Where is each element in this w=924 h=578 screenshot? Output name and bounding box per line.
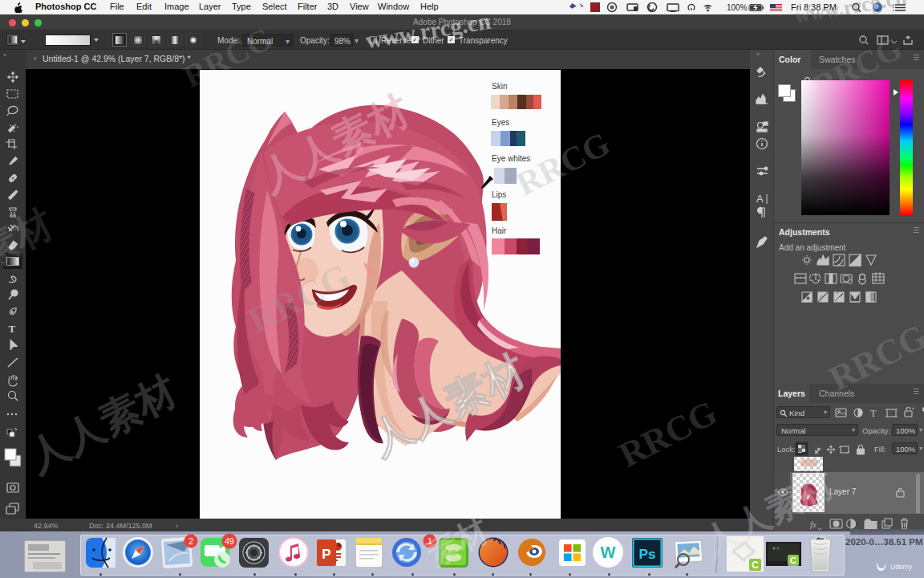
svg-text:»: » <box>3 52 6 58</box>
svg-text:T: T <box>870 408 877 419</box>
svg-text:P: P <box>322 547 330 562</box>
svg-text:fx: fx <box>810 519 817 529</box>
svg-text:«: « <box>756 51 760 57</box>
svg-text:2: 2 <box>188 536 193 546</box>
svg-text:A: A <box>756 193 764 205</box>
svg-text:1: 1 <box>428 536 432 546</box>
svg-text:100%: 100% <box>727 3 748 12</box>
svg-text:T: T <box>9 323 16 335</box>
svg-text:49: 49 <box>225 536 234 546</box>
svg-text:Lips: Lips <box>492 190 506 199</box>
svg-text:C: C <box>752 560 759 571</box>
svg-text:Hair: Hair <box>492 226 507 235</box>
svg-text:Udemy: Udemy <box>890 563 913 571</box>
svg-text:W: W <box>601 543 616 561</box>
svg-text:C: C <box>790 556 796 565</box>
svg-text:Skin: Skin <box>492 82 507 91</box>
svg-text:Eye whites: Eye whites <box>492 154 530 163</box>
svg-text:Fri 8:38 PM: Fri 8:38 PM <box>791 2 837 12</box>
svg-text:Ps: Ps <box>639 547 656 562</box>
svg-text:Eyes: Eyes <box>492 118 509 127</box>
